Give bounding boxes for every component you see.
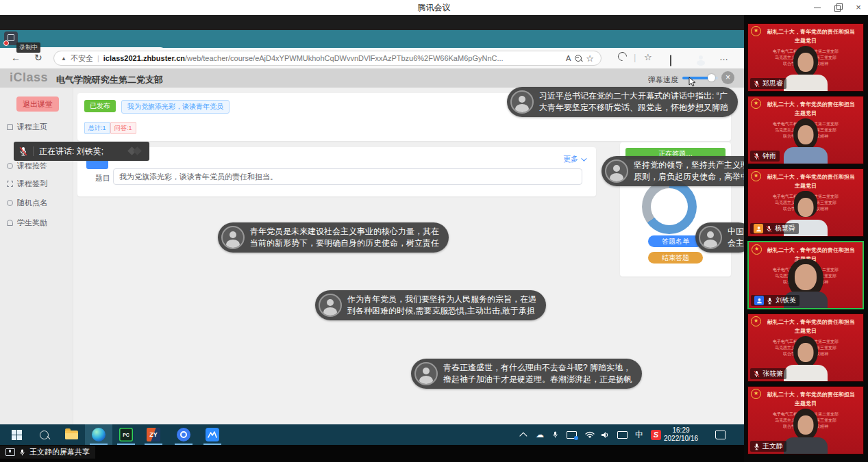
security-label: 不安全 xyxy=(71,53,93,64)
sidebar-item-sign-in[interactable]: 课程签到 xyxy=(7,179,47,189)
danmaku-close-icon[interactable]: × xyxy=(721,71,734,84)
back-icon[interactable]: ← xyxy=(11,52,21,63)
party-emblem-icon: ★ xyxy=(751,99,761,109)
avatar-icon xyxy=(221,226,245,249)
clock-time: 16:29 xyxy=(663,426,699,435)
more-link[interactable]: 更多 xyxy=(563,154,585,164)
sidebar-item-student-reward[interactable]: 学生奖励 xyxy=(7,218,47,228)
avatar-icon xyxy=(414,362,438,385)
answer-list-button[interactable]: 答题名单 xyxy=(648,235,703,247)
avatar-icon xyxy=(699,226,722,249)
sogou-icon[interactable]: S xyxy=(651,430,661,440)
sidebar-item-random-call[interactable]: 随机点名 xyxy=(7,198,47,208)
stat-qa-badge: 问答:1 xyxy=(110,122,136,134)
mic-muted-icon xyxy=(754,370,760,378)
screen-share-banner: 王文静的屏幕共享 xyxy=(0,446,95,459)
share-mic-icon xyxy=(19,448,25,457)
read-aloud-icon[interactable]: A xyxy=(566,54,571,62)
answer-donut xyxy=(642,179,697,234)
windows-taskbar: PC ZY ☁ 中 S 16:29 2022/10/16 xyxy=(0,424,744,445)
mic-muted-icon xyxy=(19,146,27,156)
party-emblem-icon: ★ xyxy=(752,244,762,255)
edge-browser-button[interactable] xyxy=(85,424,112,445)
taskbar-search-button[interactable] xyxy=(30,424,58,445)
avatar-icon xyxy=(605,159,628,183)
tray-mic-icon[interactable] xyxy=(552,431,558,439)
participant-nametag: 张筱箫 xyxy=(750,368,786,379)
browser-navbar: ← ↻ ▲ 不安全 | iclass2021.zhbuster.cn/web/t… xyxy=(0,48,744,69)
iclass-header: iClass 电气学院研究生第二党支部 弹幕速度 × xyxy=(0,68,744,88)
search-icon xyxy=(40,431,49,439)
cast-screen-icon[interactable] xyxy=(567,431,577,439)
exit-class-button[interactable]: 退出课堂 xyxy=(16,97,59,112)
taskbar-clock[interactable]: 16:29 2022/10/16 xyxy=(663,426,699,443)
participant-tile-speaking[interactable]: ★ 献礼二十大，青年党员的责任和担当 主题党日 电子电气工程学院研究生第二党支部… xyxy=(747,241,864,309)
mic-muted-icon xyxy=(754,153,760,160)
tencent-meeting-window: 腾讯会议 × iclass2021 × + 录制中 ← ↻ ▲ 不安全 xyxy=(0,0,868,462)
start-button[interactable] xyxy=(3,424,30,445)
browser-tabstrip: iclass2021 × + xyxy=(0,30,744,48)
participant-video xyxy=(782,46,830,91)
favorite-star-icon[interactable]: ☆ xyxy=(586,53,594,64)
end-answer-button[interactable]: 结束答题 xyxy=(648,252,703,264)
display-icon[interactable] xyxy=(617,431,628,439)
address-bar[interactable]: ▲ 不安全 | iclass2021.zhbuster.cn/web/teach… xyxy=(53,51,602,66)
participant-name: 钟雨 xyxy=(762,151,776,161)
participant-nametag: 郑思睿 xyxy=(750,78,786,89)
wifi-icon[interactable] xyxy=(585,431,595,438)
tray-expand-icon[interactable] xyxy=(519,432,527,439)
speaking-indicator-overlay: 正在讲话: 刘铁英; xyxy=(14,142,149,161)
url-domain: iclass2021.zhbuster.cn xyxy=(103,54,185,62)
blue-app-button[interactable] xyxy=(170,424,197,445)
slide-title: 献礼二十大，青年党员的责任和担当 xyxy=(760,28,862,36)
sidebar-item-quick-answer[interactable]: 课程抢答 xyxy=(7,161,47,171)
zoom-icon[interactable] xyxy=(575,55,582,62)
favorites-bar-icon[interactable]: ☆ xyxy=(644,52,652,62)
danmaku-bubble: 青年党员是未来建设社会主义事业的核心力量，其在当前的新形势下，要明确自身的历史使… xyxy=(218,222,449,253)
participant-tile[interactable]: ★ 献礼二十大，青年党员的责任和担当 主题党日 电子电气工程学院研究生第二党支部… xyxy=(747,168,864,237)
close-button[interactable]: × xyxy=(854,3,863,12)
browser-more-icon[interactable]: … xyxy=(719,52,728,62)
clock-icon xyxy=(7,163,13,169)
refresh-icon[interactable]: ↻ xyxy=(34,52,42,63)
overlay-divider xyxy=(33,146,34,156)
participant-tile[interactable]: ★ 献礼二十大，青年党员的责任和担当 主题党日 电子电气工程学院研究生第二党支部… xyxy=(747,386,864,454)
question-input[interactable] xyxy=(113,168,582,185)
zy-app-button[interactable]: ZY xyxy=(140,424,167,445)
slider-handle[interactable] xyxy=(708,74,715,81)
action-center-icon[interactable] xyxy=(715,431,726,439)
participant-tile[interactable]: ★ 献礼二十大，青年党员的责任和担当 主题党日 电子电气工程学院研究生第二党支部… xyxy=(747,23,864,92)
recording-indicator-icon[interactable] xyxy=(4,31,18,45)
question-tag[interactable]: 我为党旗添光彩，谈谈青年党员 xyxy=(121,100,230,114)
cloud-icon[interactable]: ☁ xyxy=(536,430,544,439)
sidebar-item-course-home[interactable]: 课程主页 xyxy=(7,122,47,132)
url-divider: | xyxy=(97,54,99,62)
edge-icon xyxy=(92,428,106,441)
participant-tile[interactable]: ★ 献礼二十大，青年党员的责任和担当 主题党日 电子电气工程学院研究生第二党支部… xyxy=(747,96,864,164)
file-explorer-button[interactable] xyxy=(58,424,85,445)
danmaku-bubble: 中国会主 xyxy=(695,222,744,253)
pycharm-button[interactable]: PC xyxy=(112,424,140,445)
published-button[interactable]: 已发布 xyxy=(84,100,116,112)
restore-button[interactable] xyxy=(834,3,842,12)
windows-logo-icon xyxy=(12,430,22,440)
question-detail-card: 更多 题目 xyxy=(77,147,596,196)
mic-on-icon xyxy=(754,443,760,450)
page-url: iclass2021.zhbuster.cn/web/teacher/cours… xyxy=(103,54,562,62)
stat-total-badge: 总计:1 xyxy=(84,122,110,134)
browser-essentials-icon[interactable] xyxy=(616,50,628,62)
participant-nametag: 王文静 xyxy=(750,441,786,452)
participant-tile[interactable]: ★ 献礼二十大，青年党员的责任和担当 主题党日 电子电气工程学院研究生第二党支部… xyxy=(747,313,864,382)
participant-name: 王文静 xyxy=(762,441,783,451)
ime-indicator[interactable]: 中 xyxy=(635,429,643,441)
system-tray: ☁ xyxy=(522,424,595,445)
collections-icon[interactable] xyxy=(670,55,671,66)
folder-icon xyxy=(65,431,78,439)
volume-icon[interactable] xyxy=(602,431,610,439)
meeting-titlebar: 腾讯会议 × xyxy=(0,0,868,15)
danmaku-bubble: 青春正逢盛世，有什么理由不去奋斗呢? 脚踏实地，撸起袖子加油干才是硬道理。春潮澎… xyxy=(411,359,642,389)
danmaku-bubble: 作为青年党员，我们要坚持为人民服务的宗旨，在遇到各种困难的时候,需要克服恐惧,主… xyxy=(315,290,546,320)
minimize-button[interactable] xyxy=(813,3,821,12)
tencent-meeting-button[interactable] xyxy=(199,424,226,445)
url-path: /web/teacher/course/eAjD4xYPWMUkhohCqDWv… xyxy=(185,54,504,62)
